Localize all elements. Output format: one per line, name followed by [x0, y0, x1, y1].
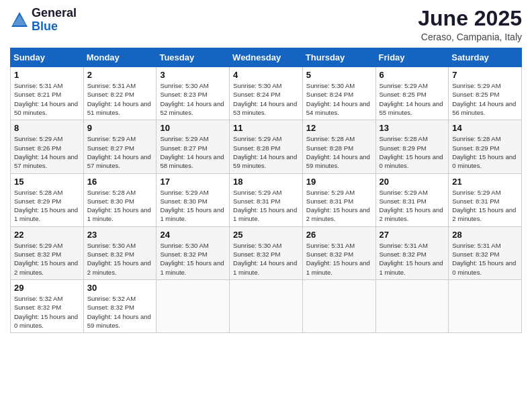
- day-info: Sunrise: 5:29 AMSunset: 8:26 PMDaylight:…: [14, 134, 80, 170]
- day-number: 4: [233, 70, 299, 80]
- day-info: Sunrise: 5:30 AMSunset: 8:32 PMDaylight:…: [233, 241, 299, 277]
- day-info: Sunrise: 5:29 AMSunset: 8:28 PMDaylight:…: [233, 134, 299, 170]
- day-info: Sunrise: 5:31 AMSunset: 8:21 PMDaylight:…: [14, 81, 80, 117]
- day-info: Sunrise: 5:31 AMSunset: 8:32 PMDaylight:…: [306, 241, 372, 277]
- calendar-cell: 8Sunrise: 5:29 AMSunset: 8:26 PMDaylight…: [11, 120, 84, 173]
- day-info: Sunrise: 5:29 AMSunset: 8:31 PMDaylight:…: [306, 188, 372, 224]
- calendar-cell: 10Sunrise: 5:29 AMSunset: 8:27 PMDayligh…: [157, 120, 230, 173]
- day-number: 19: [306, 177, 372, 187]
- day-number: 6: [380, 70, 445, 80]
- day-info: Sunrise: 5:28 AMSunset: 8:29 PMDaylight:…: [452, 134, 518, 170]
- day-info: Sunrise: 5:29 AMSunset: 8:25 PMDaylight:…: [452, 81, 518, 117]
- page: General Blue June 2025 Ceraso, Campania,…: [0, 0, 532, 411]
- logo-icon: [10, 11, 29, 30]
- calendar-week-row: 1Sunrise: 5:31 AMSunset: 8:21 PMDaylight…: [11, 67, 522, 120]
- calendar-cell: 17Sunrise: 5:29 AMSunset: 8:30 PMDayligh…: [157, 173, 230, 226]
- day-number: 24: [160, 230, 226, 240]
- day-number: 8: [14, 123, 80, 133]
- calendar-cell: 27Sunrise: 5:31 AMSunset: 8:32 PMDayligh…: [375, 226, 449, 279]
- calendar-cell: 24Sunrise: 5:30 AMSunset: 8:32 PMDayligh…: [157, 226, 230, 279]
- day-info: Sunrise: 5:29 AMSunset: 8:27 PMDaylight:…: [87, 134, 153, 170]
- day-info: Sunrise: 5:28 AMSunset: 8:28 PMDaylight:…: [306, 134, 372, 170]
- day-number: 29: [14, 283, 80, 293]
- day-info: Sunrise: 5:32 AMSunset: 8:32 PMDaylight:…: [87, 294, 153, 330]
- day-number: 23: [87, 230, 153, 240]
- day-number: 17: [160, 177, 226, 187]
- day-info: Sunrise: 5:29 AMSunset: 8:32 PMDaylight:…: [14, 241, 80, 277]
- calendar-cell: 23Sunrise: 5:30 AMSunset: 8:32 PMDayligh…: [83, 226, 157, 279]
- day-number: 5: [306, 70, 372, 80]
- day-number: 11: [233, 123, 299, 133]
- calendar-cell: 7Sunrise: 5:29 AMSunset: 8:25 PMDaylight…: [449, 67, 522, 120]
- day-number: 14: [452, 123, 518, 133]
- day-info: Sunrise: 5:30 AMSunset: 8:24 PMDaylight:…: [233, 81, 299, 117]
- calendar-cell: [230, 279, 303, 332]
- calendar-cell: 15Sunrise: 5:28 AMSunset: 8:29 PMDayligh…: [11, 173, 84, 226]
- calendar-cell: 5Sunrise: 5:30 AMSunset: 8:24 PMDaylight…: [302, 67, 375, 120]
- location: Ceraso, Campania, Italy: [418, 32, 522, 42]
- day-info: Sunrise: 5:29 AMSunset: 8:27 PMDaylight:…: [160, 134, 226, 170]
- weekday-header-row: SundayMondayTuesdayWednesdayThursdayFrid…: [11, 48, 522, 67]
- weekday-header: Sunday: [11, 48, 84, 67]
- day-number: 16: [87, 177, 153, 187]
- day-info: Sunrise: 5:29 AMSunset: 8:25 PMDaylight:…: [380, 81, 445, 117]
- logo-general: General: [32, 7, 77, 20]
- svg-marker-1: [13, 15, 26, 26]
- calendar-cell: 20Sunrise: 5:29 AMSunset: 8:31 PMDayligh…: [375, 173, 449, 226]
- calendar-cell: [449, 279, 522, 332]
- day-number: 1: [14, 70, 80, 80]
- day-number: 13: [380, 123, 445, 133]
- day-info: Sunrise: 5:29 AMSunset: 8:31 PMDaylight:…: [233, 188, 299, 224]
- weekday-header: Friday: [375, 48, 449, 67]
- calendar-cell: 9Sunrise: 5:29 AMSunset: 8:27 PMDaylight…: [83, 120, 157, 173]
- header: General Blue June 2025 Ceraso, Campania,…: [10, 7, 522, 42]
- weekday-header: Monday: [83, 48, 157, 67]
- calendar-cell: 18Sunrise: 5:29 AMSunset: 8:31 PMDayligh…: [230, 173, 303, 226]
- day-number: 27: [380, 230, 445, 240]
- logo: General Blue: [10, 7, 77, 34]
- calendar-cell: [157, 279, 230, 332]
- day-number: 22: [14, 230, 80, 240]
- day-number: 21: [452, 177, 518, 187]
- day-number: 10: [160, 123, 226, 133]
- day-number: 2: [87, 70, 153, 80]
- day-info: Sunrise: 5:32 AMSunset: 8:32 PMDaylight:…: [14, 294, 80, 330]
- calendar: SundayMondayTuesdayWednesdayThursdayFrid…: [10, 48, 522, 333]
- month-title: June 2025: [418, 7, 522, 30]
- calendar-cell: 6Sunrise: 5:29 AMSunset: 8:25 PMDaylight…: [375, 67, 449, 120]
- weekday-header: Tuesday: [157, 48, 230, 67]
- day-info: Sunrise: 5:31 AMSunset: 8:22 PMDaylight:…: [87, 81, 153, 117]
- weekday-header: Thursday: [302, 48, 375, 67]
- day-number: 15: [14, 177, 80, 187]
- weekday-header: Wednesday: [230, 48, 303, 67]
- logo-blue: Blue: [32, 20, 77, 34]
- calendar-cell: 29Sunrise: 5:32 AMSunset: 8:32 PMDayligh…: [11, 279, 84, 332]
- calendar-cell: 14Sunrise: 5:28 AMSunset: 8:29 PMDayligh…: [449, 120, 522, 173]
- calendar-week-row: 15Sunrise: 5:28 AMSunset: 8:29 PMDayligh…: [11, 173, 522, 226]
- calendar-cell: 28Sunrise: 5:31 AMSunset: 8:32 PMDayligh…: [449, 226, 522, 279]
- day-info: Sunrise: 5:30 AMSunset: 8:23 PMDaylight:…: [160, 81, 226, 117]
- calendar-cell: 3Sunrise: 5:30 AMSunset: 8:23 PMDaylight…: [157, 67, 230, 120]
- day-number: 26: [306, 230, 372, 240]
- day-info: Sunrise: 5:30 AMSunset: 8:24 PMDaylight:…: [306, 81, 372, 117]
- calendar-cell: 13Sunrise: 5:28 AMSunset: 8:29 PMDayligh…: [375, 120, 449, 173]
- logo-text: General Blue: [32, 7, 77, 34]
- day-number: 28: [452, 230, 518, 240]
- day-number: 7: [452, 70, 518, 80]
- day-number: 30: [87, 283, 153, 293]
- calendar-cell: 11Sunrise: 5:29 AMSunset: 8:28 PMDayligh…: [230, 120, 303, 173]
- title-block: June 2025 Ceraso, Campania, Italy: [418, 7, 522, 42]
- calendar-cell: 22Sunrise: 5:29 AMSunset: 8:32 PMDayligh…: [11, 226, 84, 279]
- day-number: 12: [306, 123, 372, 133]
- day-info: Sunrise: 5:28 AMSunset: 8:30 PMDaylight:…: [87, 188, 153, 224]
- calendar-cell: 25Sunrise: 5:30 AMSunset: 8:32 PMDayligh…: [230, 226, 303, 279]
- calendar-cell: 1Sunrise: 5:31 AMSunset: 8:21 PMDaylight…: [11, 67, 84, 120]
- day-info: Sunrise: 5:28 AMSunset: 8:29 PMDaylight:…: [380, 134, 445, 170]
- day-number: 9: [87, 123, 153, 133]
- day-info: Sunrise: 5:29 AMSunset: 8:31 PMDaylight:…: [380, 188, 445, 224]
- weekday-header: Saturday: [449, 48, 522, 67]
- day-number: 20: [380, 177, 445, 187]
- calendar-week-row: 29Sunrise: 5:32 AMSunset: 8:32 PMDayligh…: [11, 279, 522, 332]
- day-info: Sunrise: 5:30 AMSunset: 8:32 PMDaylight:…: [87, 241, 153, 277]
- calendar-week-row: 8Sunrise: 5:29 AMSunset: 8:26 PMDaylight…: [11, 120, 522, 173]
